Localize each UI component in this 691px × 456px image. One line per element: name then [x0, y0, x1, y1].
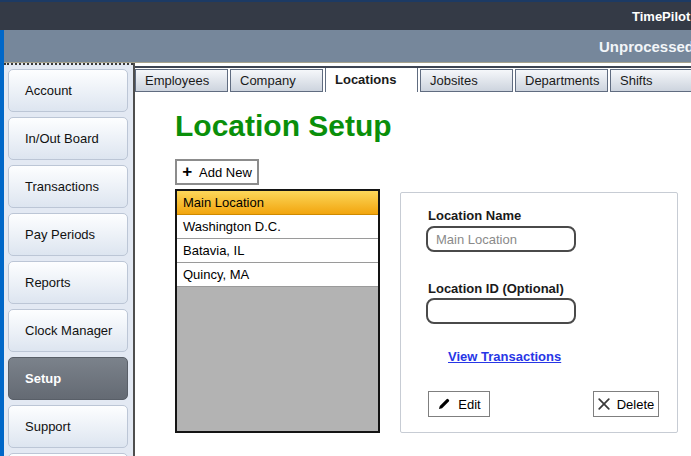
main-area: Employees Company Locations Jobsites Dep…	[133, 63, 691, 456]
location-row-selected[interactable]: Main Location	[177, 191, 378, 215]
tab-departments[interactable]: Departments	[515, 69, 608, 92]
tab-label: Company	[240, 73, 296, 88]
delete-label: Delete	[617, 397, 655, 412]
sidebar-item-label: Setup	[25, 371, 61, 386]
edit-label: Edit	[458, 397, 480, 412]
sidebar-item-label: Transactions	[25, 179, 99, 194]
sidebar-item-support[interactable]: Support	[8, 405, 128, 448]
sidebar-item-label: Support	[25, 419, 71, 434]
sidebar-item-label: In/Out Board	[25, 131, 99, 146]
tab-label: Shifts	[620, 73, 653, 88]
tab-label: Jobsites	[430, 73, 478, 88]
sidebar-item-label: Account	[25, 83, 72, 98]
location-name-input[interactable]	[426, 226, 576, 252]
sidebar-item-label: Reports	[25, 275, 71, 290]
sidebar-item-reports[interactable]: Reports	[8, 261, 128, 304]
tab-label: Locations	[335, 72, 396, 87]
page-title: Location Setup	[175, 109, 691, 143]
view-transactions-link[interactable]: View Transactions	[448, 349, 561, 364]
sidebar-item-setup[interactable]: Setup	[8, 357, 128, 400]
sidebar-item-clock-manager[interactable]: Clock Manager	[8, 309, 128, 352]
plus-icon: +	[182, 163, 192, 180]
add-new-button[interactable]: + Add New	[175, 159, 259, 185]
window-titlebar: TimePilot	[0, 0, 691, 30]
location-row[interactable]: Washington D.C.	[177, 215, 378, 239]
location-id-label: Location ID (Optional)	[428, 281, 564, 296]
location-id-input[interactable]	[426, 298, 576, 324]
setup-tabbar: Employees Company Locations Jobsites Dep…	[135, 66, 691, 92]
tab-company[interactable]: Company	[230, 69, 323, 92]
location-row[interactable]: Batavia, IL	[177, 239, 378, 263]
sidebar-item-label: Clock Manager	[25, 323, 112, 338]
page-header-bar: Unprocessed	[4, 30, 691, 63]
tab-shifts[interactable]: Shifts	[610, 69, 691, 92]
pencil-icon	[437, 397, 451, 411]
locations-list: Main Location Washington D.C. Batavia, I…	[175, 189, 380, 433]
tab-employees[interactable]: Employees	[135, 69, 228, 92]
x-icon	[598, 398, 610, 410]
location-setup-content: Location Setup + Add New Main Location W…	[135, 109, 691, 433]
delete-button[interactable]: Delete	[593, 391, 659, 417]
add-new-label: Add New	[199, 165, 252, 180]
app-title: TimePilot	[632, 9, 690, 24]
sidebar-item-pay-periods[interactable]: Pay Periods	[8, 213, 128, 256]
sidebar-item-inout-board[interactable]: In/Out Board	[8, 117, 128, 160]
location-row[interactable]: Quincy, MA	[177, 263, 378, 287]
tab-jobsites[interactable]: Jobsites	[420, 69, 513, 92]
tab-label: Employees	[145, 73, 209, 88]
sidebar-item-account[interactable]: Account	[8, 69, 128, 112]
edit-button[interactable]: Edit	[428, 391, 490, 417]
header-title: Unprocessed	[599, 38, 691, 55]
tab-label: Departments	[525, 73, 599, 88]
location-name-label: Location Name	[428, 208, 521, 223]
sidebar-item-label: Pay Periods	[25, 227, 95, 242]
location-detail-panel: Location Name Location ID (Optional) Vie…	[400, 192, 678, 433]
sidebar-item-transactions[interactable]: Transactions	[8, 165, 128, 208]
sidebar-nav: Account In/Out Board Transactions Pay Pe…	[4, 63, 133, 456]
tab-locations[interactable]: Locations	[325, 66, 418, 92]
